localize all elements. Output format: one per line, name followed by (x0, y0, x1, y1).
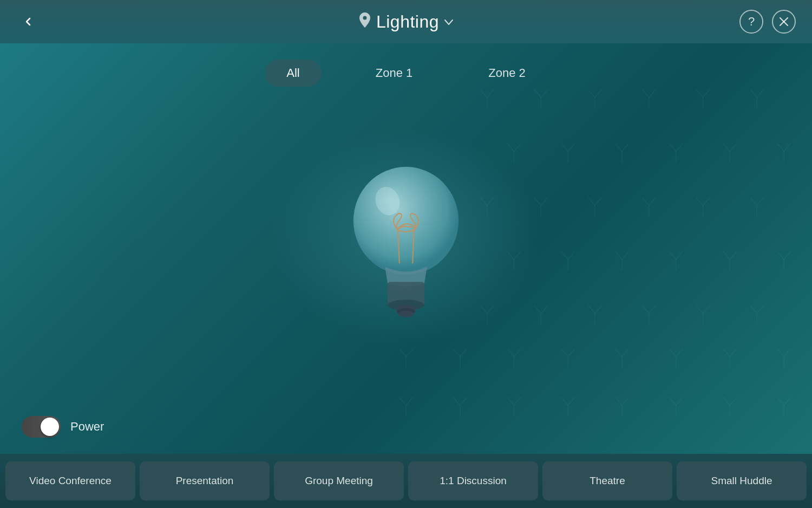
main-content: All Zone 1 Zone 2 (0, 43, 812, 454)
title-group[interactable]: Lighting (359, 12, 453, 32)
svg-line-44 (541, 198, 547, 205)
scene-group-meeting[interactable]: Group Meeting (274, 461, 404, 500)
svg-line-137 (730, 398, 736, 405)
dropdown-chevron-icon (444, 16, 453, 28)
svg-line-70 (723, 252, 730, 259)
svg-line-13 (643, 90, 649, 97)
svg-line-115 (777, 349, 784, 357)
svg-line-41 (487, 198, 494, 205)
svg-line-20 (757, 90, 763, 97)
svg-line-113 (730, 349, 736, 357)
header-right: ? (739, 10, 796, 34)
svg-line-95 (406, 349, 412, 357)
svg-line-133 (670, 398, 676, 405)
svg-line-110 (676, 349, 683, 357)
bottom-bar: Video Conference Presentation Group Meet… (0, 454, 812, 508)
svg-line-82 (588, 306, 595, 314)
svg-line-46 (588, 198, 595, 205)
scene-small-huddle[interactable]: Small Huddle (677, 461, 807, 500)
svg-line-67 (670, 252, 676, 259)
page-title: Lighting (376, 12, 439, 32)
svg-line-101 (514, 349, 520, 357)
svg-line-38 (784, 144, 790, 152)
toggle-knob (41, 418, 59, 436)
svg-line-68 (676, 252, 683, 259)
svg-line-130 (615, 398, 622, 405)
svg-line-23 (514, 144, 520, 152)
svg-line-76 (481, 306, 487, 314)
power-toggle[interactable] (22, 416, 61, 438)
svg-line-64 (615, 252, 622, 259)
svg-line-88 (697, 306, 703, 314)
help-button[interactable]: ? (739, 10, 763, 34)
svg-line-89 (703, 306, 710, 314)
svg-line-112 (723, 349, 730, 357)
scene-video-conference[interactable]: Video Conference (5, 461, 135, 500)
tab-zone2[interactable]: Zone 2 (467, 60, 547, 87)
svg-line-35 (730, 144, 736, 152)
svg-point-0 (363, 16, 366, 20)
svg-line-100 (508, 349, 514, 357)
svg-line-77 (487, 306, 494, 314)
svg-line-25 (561, 144, 568, 152)
header: Lighting ? (0, 0, 812, 43)
svg-line-86 (649, 306, 656, 314)
svg-line-32 (676, 144, 683, 152)
svg-line-5 (487, 90, 494, 97)
svg-line-109 (670, 349, 676, 357)
header-left (16, 10, 40, 34)
tab-zone1[interactable]: Zone 1 (354, 60, 435, 87)
svg-line-136 (723, 398, 730, 405)
svg-line-26 (568, 144, 574, 152)
svg-line-19 (750, 90, 757, 97)
zone-tabs: All Zone 1 Zone 2 (0, 43, 812, 87)
svg-line-8 (541, 90, 547, 97)
svg-line-124 (508, 398, 514, 405)
svg-line-17 (703, 90, 710, 97)
svg-line-104 (568, 349, 574, 357)
tab-all[interactable]: All (265, 60, 321, 87)
lightbulb-icon (336, 152, 476, 336)
svg-line-16 (697, 90, 703, 97)
close-button[interactable] (772, 10, 796, 34)
svg-line-134 (676, 398, 683, 405)
scene-presentation[interactable]: Presentation (140, 461, 270, 500)
svg-line-74 (784, 252, 790, 259)
svg-line-49 (643, 198, 649, 205)
power-label: Power (70, 420, 104, 434)
svg-line-65 (622, 252, 628, 259)
svg-line-58 (508, 252, 514, 259)
scene-discussion[interactable]: 1:1 Discussion (408, 461, 538, 500)
svg-line-131 (622, 398, 628, 405)
svg-line-71 (730, 252, 736, 259)
back-button[interactable] (16, 10, 40, 34)
svg-line-14 (649, 90, 656, 97)
svg-line-53 (703, 198, 710, 205)
location-icon (359, 12, 371, 31)
svg-line-121 (454, 398, 460, 405)
svg-line-10 (588, 90, 595, 97)
scene-theatre[interactable]: Theatre (542, 461, 672, 500)
svg-line-55 (750, 198, 757, 205)
svg-line-22 (508, 144, 514, 152)
svg-line-128 (568, 398, 574, 405)
svg-line-59 (514, 252, 520, 259)
lightbulb-container (336, 152, 476, 338)
svg-line-28 (615, 144, 622, 152)
svg-line-50 (649, 198, 656, 205)
svg-line-125 (514, 398, 520, 405)
svg-line-119 (406, 398, 412, 405)
svg-line-43 (534, 198, 541, 205)
svg-point-147 (398, 311, 414, 317)
svg-line-118 (400, 398, 406, 405)
svg-line-116 (784, 349, 790, 357)
svg-line-79 (534, 306, 541, 314)
svg-line-91 (750, 306, 757, 314)
svg-line-11 (595, 90, 601, 97)
svg-line-127 (561, 398, 568, 405)
header-center: Lighting (359, 12, 453, 32)
svg-line-80 (541, 306, 547, 314)
power-section: Power (22, 416, 104, 438)
svg-line-139 (777, 398, 784, 405)
svg-line-61 (561, 252, 568, 259)
